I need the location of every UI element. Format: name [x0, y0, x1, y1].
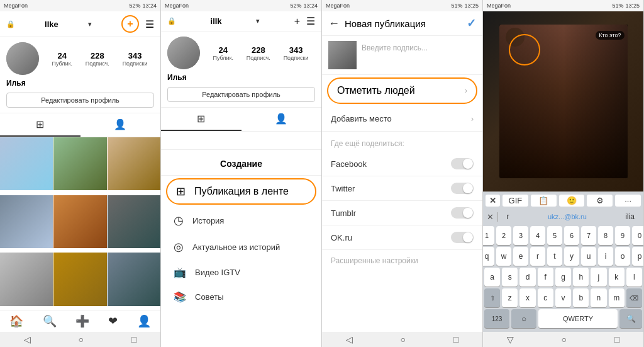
key-v[interactable]: v [555, 288, 571, 307]
tab-grid-2[interactable]: ⊞ [161, 108, 242, 131]
edit-profile-btn-1[interactable]: Редактировать профиль [6, 93, 154, 108]
photo-7[interactable] [0, 253, 53, 305]
tag-people-option[interactable]: Отметить людей › [327, 77, 477, 104]
key-r[interactable]: r [530, 247, 545, 266]
key-a[interactable]: a [484, 268, 500, 287]
back-btn-4[interactable]: ▽ [507, 334, 514, 344]
key-n[interactable]: n [591, 288, 606, 307]
share-tumblr[interactable]: Tumblr [322, 201, 482, 225]
tumblr-toggle[interactable] [451, 207, 474, 219]
photo-9[interactable] [108, 253, 160, 305]
key-u[interactable]: u [581, 247, 596, 266]
photo-8[interactable] [53, 253, 106, 305]
key-7[interactable]: 7 [581, 226, 596, 245]
key-d[interactable]: d [519, 268, 535, 287]
key-z[interactable]: z [502, 288, 518, 307]
kb-tool-settings[interactable]: ⚙ [587, 195, 613, 207]
caption-input[interactable]: Введите подпись... [362, 41, 476, 69]
tab-tagged-1[interactable]: 👤 [80, 113, 161, 137]
kb-tool-more[interactable]: ··· [615, 195, 641, 207]
key-emoji[interactable]: ☺ [511, 309, 536, 328]
add-icon-2[interactable]: + [294, 16, 300, 27]
key-5[interactable]: 5 [547, 226, 562, 245]
photo-5[interactable] [53, 195, 106, 248]
nav-profile-1[interactable]: 👤 [137, 314, 151, 328]
key-h[interactable]: h [573, 268, 589, 287]
twitter-toggle[interactable] [451, 183, 474, 194]
photo-3[interactable] [108, 137, 160, 190]
kb-tool-sticker[interactable]: 🙂 [559, 195, 585, 207]
key-search[interactable]: 🔍 [619, 309, 642, 328]
key-t[interactable]: t [547, 247, 562, 266]
kb-tool-clip[interactable]: 📋 [531, 195, 557, 207]
home-btn-4[interactable]: ○ [562, 334, 567, 344]
facebook-toggle[interactable] [451, 158, 474, 169]
photo-2[interactable] [53, 137, 106, 190]
menu-icon-2[interactable]: ☰ [306, 15, 315, 27]
share-twitter[interactable]: Twitter [322, 176, 482, 201]
key-m[interactable]: m [609, 288, 625, 307]
recents-btn-4[interactable]: □ [614, 334, 619, 344]
key-6[interactable]: 6 [564, 226, 579, 245]
back-btn-1[interactable]: ◁ [24, 334, 31, 344]
photo-4[interactable] [0, 195, 53, 248]
suggestion-email[interactable]: ukz...@bk.ru [517, 213, 618, 220]
key-y[interactable]: y [564, 247, 579, 266]
key-4[interactable]: 4 [530, 226, 545, 245]
tab-tagged-2[interactable]: 👤 [242, 108, 322, 131]
suggestion-word[interactable]: г [501, 212, 514, 221]
key-j[interactable]: j [591, 268, 606, 287]
back-button-3[interactable]: ← [328, 17, 340, 30]
key-p[interactable]: p [632, 247, 644, 266]
key-2[interactable]: 2 [496, 226, 511, 245]
key-i[interactable]: i [598, 247, 613, 266]
confirm-button-3[interactable]: ✓ [467, 16, 476, 30]
suggestion-name[interactable]: ilia [620, 212, 640, 221]
key-w[interactable]: w [496, 247, 511, 266]
key-123[interactable]: 123 [484, 309, 509, 328]
key-o[interactable]: o [615, 247, 630, 266]
nav-home-1[interactable]: 🏠 [9, 314, 23, 328]
nav-heart-1[interactable]: ❤ [108, 314, 118, 328]
creation-item-igtv[interactable]: 📺 Видео IGTV [161, 260, 321, 285]
menu-icon-1[interactable]: ☰ [145, 18, 154, 30]
key-f[interactable]: f [538, 268, 553, 287]
creation-item-tips[interactable]: 📚 Советы [161, 285, 321, 309]
photo-6[interactable] [108, 195, 160, 248]
key-c[interactable]: c [538, 288, 553, 307]
back-btn-3[interactable]: ◁ [346, 334, 353, 344]
recents-btn-1[interactable]: □ [131, 334, 136, 344]
key-q[interactable]: q [483, 247, 494, 266]
key-9[interactable]: 9 [615, 226, 630, 245]
kb-tool-gif[interactable]: GIF [502, 195, 528, 207]
key-l[interactable]: l [626, 268, 642, 287]
advanced-settings-link[interactable]: Расширенные настройки [322, 250, 482, 271]
share-facebook[interactable]: Facebook [322, 152, 482, 176]
key-8[interactable]: 8 [598, 226, 613, 245]
okru-toggle[interactable] [451, 232, 474, 243]
recents-btn-3[interactable]: □ [453, 334, 458, 344]
nav-search-1[interactable]: 🔍 [43, 314, 57, 328]
creation-item-story[interactable]: ◷ История [161, 207, 321, 234]
kb-close-btn[interactable]: ✕ [486, 195, 500, 207]
suggestion-close[interactable]: ✕ [487, 212, 494, 222]
home-btn-1[interactable]: ○ [79, 334, 84, 344]
key-b[interactable]: b [573, 288, 589, 307]
key-e[interactable]: e [513, 247, 528, 266]
tab-grid-1[interactable]: ⊞ [0, 113, 80, 137]
add-location-option[interactable]: Добавить место › [322, 106, 482, 132]
key-shift[interactable]: ⇧ [484, 288, 500, 307]
photo-1[interactable] [0, 137, 53, 190]
add-button-1[interactable]: + [121, 15, 139, 33]
key-g[interactable]: g [555, 268, 571, 287]
creation-item-highlight[interactable]: ◎ Актуальное из историй [161, 234, 321, 260]
edit-profile-btn-2[interactable]: Редактировать профиль [167, 87, 315, 102]
key-s[interactable]: s [502, 268, 518, 287]
nav-add-1[interactable]: ➕ [75, 314, 89, 328]
key-3[interactable]: 3 [513, 226, 528, 245]
key-backspace[interactable]: ⌫ [626, 288, 642, 307]
share-okru[interactable]: OK.ru [322, 225, 482, 250]
key-x[interactable]: x [519, 288, 535, 307]
key-k[interactable]: k [609, 268, 625, 287]
home-btn-3[interactable]: ○ [401, 334, 406, 344]
